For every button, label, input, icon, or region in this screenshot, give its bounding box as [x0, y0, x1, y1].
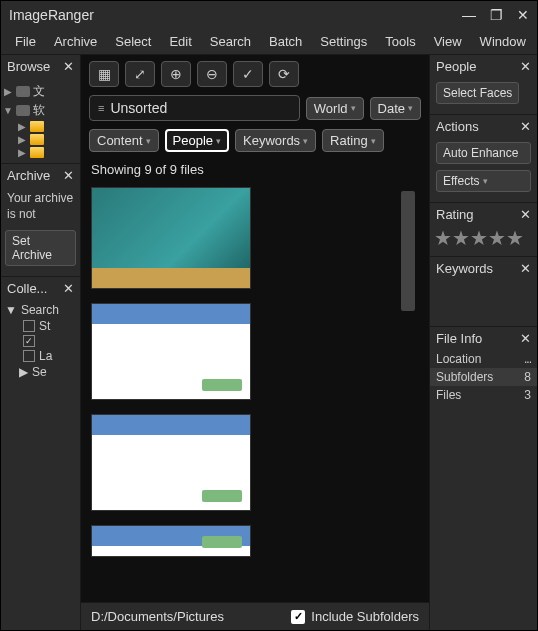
rating-stars[interactable]: ★ ★ ★ ★ ★: [430, 226, 537, 250]
star-icon[interactable]: ★: [434, 228, 452, 248]
star-icon[interactable]: ★: [506, 228, 524, 248]
archive-title: Archive: [7, 168, 50, 183]
folder-icon: [30, 147, 44, 158]
include-subfolders-toggle[interactable]: ✓ Include Subfolders: [291, 609, 419, 624]
menu-batch[interactable]: Batch: [261, 31, 310, 52]
sort-label: Unsorted: [110, 100, 167, 116]
browse-close-icon[interactable]: ✕: [63, 59, 74, 74]
thumbnail-item[interactable]: [91, 414, 251, 511]
collections-close-icon[interactable]: ✕: [63, 281, 74, 296]
zoom-in-icon[interactable]: ⊕: [161, 61, 191, 87]
thumbnail-item[interactable]: [91, 525, 251, 557]
fileinfo-close-icon[interactable]: ✕: [520, 331, 531, 346]
auto-enhance-button[interactable]: Auto Enhance: [436, 142, 531, 164]
browse-title: Browse: [7, 59, 50, 74]
thumbnail-item[interactable]: [91, 187, 251, 289]
close-icon[interactable]: ✕: [517, 7, 529, 23]
filter-rating[interactable]: Rating▾: [322, 129, 384, 152]
menu-search[interactable]: Search: [202, 31, 259, 52]
star-icon[interactable]: ★: [488, 228, 506, 248]
title-bar: ImageRanger — ❐ ✕: [1, 1, 537, 29]
scrollbar[interactable]: [401, 191, 415, 311]
folder-icon: [30, 121, 44, 132]
menu-archive[interactable]: Archive: [46, 31, 105, 52]
select-faces-button[interactable]: Select Faces: [436, 82, 519, 104]
menu-edit[interactable]: Edit: [161, 31, 199, 52]
folder-tree[interactable]: ▶文 ▼软 ▶ ▶ ▶: [1, 78, 80, 163]
browse-panel-header: Browse ✕: [1, 55, 80, 78]
thumbnail-grid[interactable]: [81, 181, 429, 602]
filter-people[interactable]: People▾: [165, 129, 229, 152]
collections-title: Colle...: [7, 281, 47, 296]
thumbnail-item[interactable]: [91, 303, 251, 400]
file-info-table: Location... Subfolders8 Files3: [430, 350, 537, 404]
archive-message: Your archive is not: [1, 187, 80, 226]
archive-panel-header: Archive ✕: [1, 164, 80, 187]
menu-view[interactable]: View: [426, 31, 470, 52]
rating-close-icon[interactable]: ✕: [520, 207, 531, 222]
folder-icon: [30, 134, 44, 145]
view-toolbar: ▦ ⤢ ⊕ ⊖ ✓ ⟳: [81, 55, 429, 93]
star-icon[interactable]: ★: [470, 228, 488, 248]
set-archive-button[interactable]: Set Archive: [5, 230, 76, 266]
fileinfo-title: File Info: [436, 331, 482, 346]
archive-close-icon[interactable]: ✕: [63, 168, 74, 183]
expand-icon[interactable]: ⤢: [125, 61, 155, 87]
menu-select[interactable]: Select: [107, 31, 159, 52]
menu-window[interactable]: Window: [472, 31, 534, 52]
collections-panel-header: Colle... ✕: [1, 277, 80, 300]
refresh-icon[interactable]: ⟳: [269, 61, 299, 87]
zoom-out-icon[interactable]: ⊖: [197, 61, 227, 87]
sort-selector[interactable]: ≡ Unsorted: [89, 95, 300, 121]
keywords-title: Keywords: [436, 261, 493, 276]
people-title: People: [436, 59, 476, 74]
drive-icon: [16, 105, 30, 116]
people-close-icon[interactable]: ✕: [520, 59, 531, 74]
app-title: ImageRanger: [9, 7, 94, 23]
status-text: Showing 9 of 9 files: [81, 158, 429, 181]
filter-date[interactable]: Date▾: [370, 97, 421, 120]
current-path: D:/Documents/Pictures: [91, 609, 224, 624]
actions-close-icon[interactable]: ✕: [520, 119, 531, 134]
keywords-close-icon[interactable]: ✕: [520, 261, 531, 276]
check-icon[interactable]: ✓: [233, 61, 263, 87]
checkbox-checked-icon: ✓: [291, 610, 305, 624]
effects-button[interactable]: Effects▾: [436, 170, 531, 192]
rating-title: Rating: [436, 207, 474, 222]
include-label: Include Subfolders: [311, 609, 419, 624]
filter-keywords[interactable]: Keywords▾: [235, 129, 316, 152]
actions-title: Actions: [436, 119, 479, 134]
minimize-icon[interactable]: —: [462, 7, 476, 23]
menu-bar: File Archive Select Edit Search Batch Se…: [1, 29, 537, 55]
filter-world[interactable]: World▾: [306, 97, 364, 120]
sort-bars-icon: ≡: [98, 102, 104, 114]
filter-content[interactable]: Content▾: [89, 129, 159, 152]
maximize-icon[interactable]: ❐: [490, 7, 503, 23]
drive-icon: [16, 86, 30, 97]
collections-tree[interactable]: ▼Search St ✓ La ▶Se: [1, 300, 80, 382]
star-icon[interactable]: ★: [452, 228, 470, 248]
menu-file[interactable]: File: [7, 31, 44, 52]
menu-settings[interactable]: Settings: [312, 31, 375, 52]
grid-view-icon[interactable]: ▦: [89, 61, 119, 87]
menu-tools[interactable]: Tools: [377, 31, 423, 52]
